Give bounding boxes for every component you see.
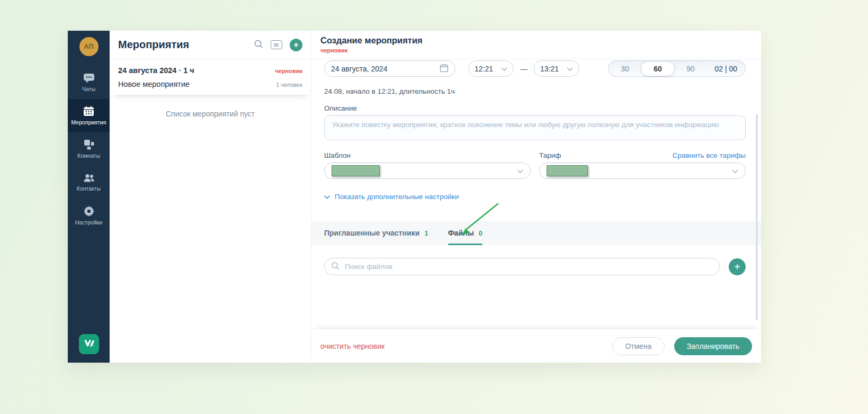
avatar-initials: АП: [84, 43, 93, 50]
chevron-down-icon: [732, 166, 738, 176]
gear-icon: [84, 206, 94, 217]
tab-files[interactable]: Файлы 0: [448, 221, 482, 245]
calendar-icon: [83, 106, 94, 116]
contacts-icon: [83, 173, 95, 183]
sidebar-item-label: Комнаты: [77, 152, 100, 159]
tab-count-badge: 0: [479, 229, 482, 237]
file-search-field[interactable]: [324, 258, 720, 275]
sidebar-item-rooms[interactable]: Комнаты: [68, 132, 110, 166]
add-file-button[interactable]: +: [729, 258, 746, 275]
tariff-select[interactable]: [539, 163, 746, 179]
sidebar-item-chats[interactable]: Чаты: [68, 66, 110, 99]
sidebar-item-label: Настройки: [75, 219, 103, 226]
tab-label: Приглашенные участники: [324, 229, 419, 237]
app-window: АП Чаты Мероприятия Комнаты: [68, 31, 761, 363]
logo-mark-icon: [83, 337, 95, 351]
datetime-row: 24 августа, 2024 12:21 — 13:21: [324, 60, 746, 77]
main-header: Создание мероприятия черновик: [311, 31, 761, 59]
description-label: Описание: [324, 104, 746, 112]
duration-option-60-selected[interactable]: 60: [641, 62, 674, 76]
end-time-picker[interactable]: 13:21: [534, 60, 579, 77]
event-status-badge: черновик: [275, 68, 302, 74]
duration-custom-value[interactable]: 02 | 00: [714, 65, 745, 73]
events-list-panel: Мероприятия ID + 24 августа 2024 · 1 ч ч…: [110, 31, 311, 363]
form-footer: очистить черновик Отмена Запланировать: [311, 329, 761, 363]
sidebar-item-events[interactable]: Мероприятия: [68, 99, 110, 132]
chevron-down-icon: [567, 65, 573, 73]
plus-icon: +: [734, 262, 740, 272]
redacted-template-value: [332, 165, 380, 176]
id-badge-icon: ID: [271, 40, 282, 49]
event-creation-panel: Создание мероприятия черновик 24 августа…: [311, 31, 761, 363]
template-tariff-row: Шаблон Тариф Сравнить все тарифы: [324, 151, 746, 179]
calendar-outline-icon: [440, 64, 449, 74]
sidebar: АП Чаты Мероприятия Комнаты: [68, 31, 110, 363]
plus-icon: +: [293, 41, 298, 49]
chevron-down-icon: [517, 166, 523, 176]
panel-title: Мероприятия: [118, 39, 189, 51]
chat-icon: [83, 73, 95, 83]
rooms-icon: [84, 139, 94, 150]
description-input[interactable]: [324, 115, 746, 140]
event-title: Новое мероприятие: [118, 80, 190, 88]
tariff-label: Тариф: [539, 151, 561, 159]
chevron-down-icon: [324, 193, 330, 201]
vertical-scrollbar[interactable]: [756, 114, 758, 320]
start-time-value: 12:21: [475, 65, 493, 73]
file-search-input[interactable]: [344, 262, 713, 271]
form-content: 24 августа, 2024 12:21 — 13:21: [311, 59, 761, 329]
tab-count-badge: 1: [424, 229, 428, 237]
sidebar-item-settings[interactable]: Настройки: [68, 199, 110, 232]
tab-invited-participants[interactable]: Приглашенные участники 1: [324, 221, 428, 245]
compare-tariffs-link[interactable]: Сравнить все тарифы: [673, 151, 746, 159]
duration-option-30[interactable]: 30: [609, 65, 641, 73]
sidebar-nav: Чаты Мероприятия Комнаты Контакты: [68, 66, 110, 232]
page-title: Создание мероприятия: [320, 35, 752, 46]
redacted-tariff-value: [547, 165, 588, 176]
list-panel-header: Мероприятия ID +: [110, 31, 311, 59]
event-list-item[interactable]: 24 августа 2024 · 1 ч черновик Новое мер…: [110, 59, 311, 95]
sidebar-item-label: Чаты: [82, 86, 95, 92]
sidebar-item-label: Контакты: [77, 185, 101, 192]
tab-label: Файлы: [448, 229, 474, 237]
more-settings-toggle[interactable]: Показать дополнительные настройки: [324, 193, 459, 201]
template-label: Шаблон: [324, 151, 351, 159]
clear-draft-button[interactable]: очистить черновик: [320, 342, 384, 350]
tab-bar: Приглашенные участники 1 Файлы 0: [311, 221, 761, 245]
sidebar-item-contacts[interactable]: Контакты: [68, 166, 110, 199]
more-settings-label: Показать дополнительные настройки: [335, 193, 459, 201]
start-time-picker[interactable]: 12:21: [468, 60, 514, 77]
duration-selector: 30 60 90 02 | 00: [608, 60, 746, 77]
event-summary-text: 24.08, начало в 12:21, длительность 1ч: [324, 87, 746, 95]
create-event-button[interactable]: +: [290, 39, 302, 51]
search-icon: [254, 39, 263, 50]
file-search-row: +: [324, 258, 746, 275]
template-select[interactable]: [324, 163, 531, 179]
date-value: 24 августа, 2024: [331, 65, 388, 73]
chevron-down-icon: [501, 65, 507, 73]
event-datetime: 24 августа 2024 · 1 ч: [118, 66, 194, 75]
avatar[interactable]: АП: [79, 37, 99, 56]
time-range-dash: —: [520, 65, 527, 73]
date-picker[interactable]: 24 августа, 2024: [324, 60, 455, 77]
duration-option-90[interactable]: 90: [674, 65, 707, 73]
schedule-button[interactable]: Запланировать: [674, 337, 752, 355]
draft-status-badge: черновик: [320, 47, 752, 53]
empty-list-message: Список мероприятий пуст: [110, 110, 311, 118]
join-by-id-button[interactable]: ID: [271, 40, 282, 49]
search-icon: [331, 262, 339, 272]
app-logo: [79, 334, 99, 354]
cancel-button[interactable]: Отмена: [612, 337, 664, 355]
search-button[interactable]: [254, 39, 263, 50]
event-participants-count: 1 человек: [276, 82, 302, 88]
end-time-value: 13:21: [540, 65, 559, 73]
sidebar-item-label: Мероприятия: [71, 119, 106, 125]
